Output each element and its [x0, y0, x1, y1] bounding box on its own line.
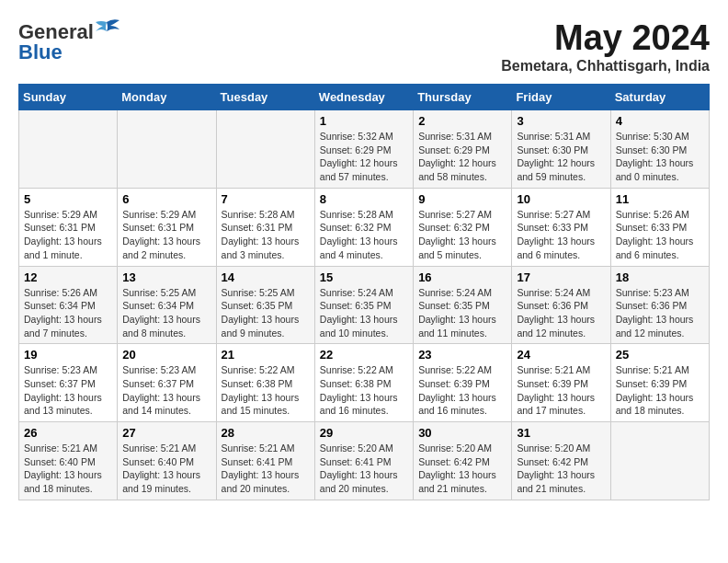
day-number: 19	[24, 348, 112, 362]
day-info: Sunrise: 5:24 AM Sunset: 6:36 PM Dayligh…	[517, 286, 605, 340]
calendar-header-monday: Monday	[118, 85, 216, 110]
calendar-day-cell: 16Sunrise: 5:24 AM Sunset: 6:35 PM Dayli…	[414, 266, 512, 344]
calendar-day-cell	[216, 110, 314, 189]
day-info: Sunrise: 5:20 AM Sunset: 6:42 PM Dayligh…	[418, 442, 506, 496]
day-info: Sunrise: 5:28 AM Sunset: 6:31 PM Dayligh…	[222, 208, 310, 262]
day-info: Sunrise: 5:29 AM Sunset: 6:31 PM Dayligh…	[122, 208, 210, 262]
day-number: 3	[517, 114, 605, 128]
calendar-header-thursday: Thursday	[414, 85, 512, 110]
calendar-day-cell: 28Sunrise: 5:21 AM Sunset: 6:41 PM Dayli…	[216, 422, 314, 500]
day-number: 9	[418, 192, 506, 206]
calendar-day-cell	[118, 110, 216, 189]
day-info: Sunrise: 5:27 AM Sunset: 6:33 PM Dayligh…	[517, 208, 605, 262]
calendar-day-cell: 1Sunrise: 5:32 AM Sunset: 6:29 PM Daylig…	[314, 110, 413, 189]
day-number: 12	[24, 270, 112, 284]
calendar-week-row: 19Sunrise: 5:23 AM Sunset: 6:37 PM Dayli…	[19, 344, 710, 422]
calendar-day-cell: 27Sunrise: 5:21 AM Sunset: 6:40 PM Dayli…	[118, 422, 216, 500]
day-number: 14	[222, 270, 310, 284]
calendar-day-cell: 2Sunrise: 5:31 AM Sunset: 6:29 PM Daylig…	[414, 110, 512, 189]
calendar-day-cell: 17Sunrise: 5:24 AM Sunset: 6:36 PM Dayli…	[512, 266, 610, 344]
calendar-day-cell: 12Sunrise: 5:26 AM Sunset: 6:34 PM Dayli…	[19, 266, 118, 344]
calendar-day-cell: 4Sunrise: 5:30 AM Sunset: 6:30 PM Daylig…	[610, 110, 709, 189]
calendar-week-row: 12Sunrise: 5:26 AM Sunset: 6:34 PM Dayli…	[19, 266, 710, 344]
day-info: Sunrise: 5:21 AM Sunset: 6:39 PM Dayligh…	[616, 363, 704, 418]
day-number: 22	[320, 348, 408, 362]
calendar-header-row: SundayMondayTuesdayWednesdayThursdayFrid…	[19, 85, 710, 110]
calendar-day-cell: 26Sunrise: 5:21 AM Sunset: 6:40 PM Dayli…	[19, 422, 118, 500]
calendar-day-cell: 19Sunrise: 5:23 AM Sunset: 6:37 PM Dayli…	[19, 344, 118, 422]
day-info: Sunrise: 5:26 AM Sunset: 6:33 PM Dayligh…	[616, 208, 704, 262]
day-number: 11	[616, 192, 704, 206]
calendar-day-cell: 31Sunrise: 5:20 AM Sunset: 6:42 PM Dayli…	[512, 422, 610, 500]
calendar-header-tuesday: Tuesday	[216, 85, 314, 110]
calendar-day-cell: 13Sunrise: 5:25 AM Sunset: 6:34 PM Dayli…	[118, 266, 216, 344]
day-number: 18	[616, 270, 704, 284]
day-info: Sunrise: 5:21 AM Sunset: 6:40 PM Dayligh…	[24, 442, 112, 496]
day-number: 21	[222, 348, 310, 362]
calendar-day-cell: 14Sunrise: 5:25 AM Sunset: 6:35 PM Dayli…	[216, 266, 314, 344]
day-number: 20	[122, 348, 210, 362]
logo-blue-text: Blue	[18, 40, 63, 64]
calendar-day-cell: 15Sunrise: 5:24 AM Sunset: 6:35 PM Dayli…	[314, 266, 413, 344]
day-number: 24	[517, 348, 605, 362]
calendar-day-cell	[610, 422, 709, 500]
calendar-header-sunday: Sunday	[19, 85, 118, 110]
day-info: Sunrise: 5:27 AM Sunset: 6:32 PM Dayligh…	[418, 208, 506, 262]
day-number: 4	[616, 114, 704, 128]
day-info: Sunrise: 5:22 AM Sunset: 6:38 PM Dayligh…	[222, 363, 310, 418]
calendar-day-cell: 25Sunrise: 5:21 AM Sunset: 6:39 PM Dayli…	[610, 344, 709, 422]
day-info: Sunrise: 5:24 AM Sunset: 6:35 PM Dayligh…	[418, 286, 506, 340]
calendar-day-cell: 29Sunrise: 5:20 AM Sunset: 6:41 PM Dayli…	[314, 422, 413, 500]
calendar-header-friday: Friday	[512, 85, 610, 110]
calendar-day-cell: 11Sunrise: 5:26 AM Sunset: 6:33 PM Dayli…	[610, 188, 709, 266]
day-number: 29	[320, 426, 408, 440]
calendar-day-cell: 18Sunrise: 5:23 AM Sunset: 6:36 PM Dayli…	[610, 266, 709, 344]
day-info: Sunrise: 5:26 AM Sunset: 6:34 PM Dayligh…	[24, 286, 112, 340]
day-info: Sunrise: 5:21 AM Sunset: 6:41 PM Dayligh…	[222, 442, 310, 496]
day-info: Sunrise: 5:23 AM Sunset: 6:36 PM Dayligh…	[616, 286, 704, 340]
day-number: 13	[122, 270, 210, 284]
calendar-day-cell: 9Sunrise: 5:27 AM Sunset: 6:32 PM Daylig…	[414, 188, 512, 266]
calendar-day-cell: 30Sunrise: 5:20 AM Sunset: 6:42 PM Dayli…	[414, 422, 512, 500]
calendar-table: SundayMondayTuesdayWednesdayThursdayFrid…	[18, 84, 710, 500]
day-info: Sunrise: 5:25 AM Sunset: 6:34 PM Dayligh…	[122, 286, 210, 340]
calendar-day-cell: 20Sunrise: 5:23 AM Sunset: 6:37 PM Dayli…	[118, 344, 216, 422]
calendar-week-row: 26Sunrise: 5:21 AM Sunset: 6:40 PM Dayli…	[19, 422, 710, 500]
calendar-day-cell: 22Sunrise: 5:22 AM Sunset: 6:38 PM Dayli…	[314, 344, 413, 422]
calendar-header-saturday: Saturday	[610, 85, 709, 110]
day-number: 7	[222, 192, 310, 206]
day-number: 8	[320, 192, 408, 206]
calendar-week-row: 5Sunrise: 5:29 AM Sunset: 6:31 PM Daylig…	[19, 188, 710, 266]
day-info: Sunrise: 5:21 AM Sunset: 6:39 PM Dayligh…	[517, 363, 605, 418]
day-info: Sunrise: 5:29 AM Sunset: 6:31 PM Dayligh…	[24, 208, 112, 262]
day-info: Sunrise: 5:22 AM Sunset: 6:39 PM Dayligh…	[418, 363, 506, 418]
calendar-day-cell: 23Sunrise: 5:22 AM Sunset: 6:39 PM Dayli…	[414, 344, 512, 422]
calendar-day-cell: 3Sunrise: 5:31 AM Sunset: 6:30 PM Daylig…	[512, 110, 610, 189]
calendar-day-cell: 8Sunrise: 5:28 AM Sunset: 6:32 PM Daylig…	[314, 188, 413, 266]
day-number: 16	[418, 270, 506, 284]
location-title: Bemetara, Chhattisgarh, India	[501, 58, 710, 75]
day-number: 2	[418, 114, 506, 128]
title-block: May 2024 Bemetara, Chhattisgarh, India	[501, 18, 710, 75]
month-title: May 2024	[501, 18, 710, 58]
logo-bird-icon	[94, 18, 119, 39]
day-info: Sunrise: 5:25 AM Sunset: 6:35 PM Dayligh…	[222, 286, 310, 340]
day-info: Sunrise: 5:28 AM Sunset: 6:32 PM Dayligh…	[320, 208, 408, 262]
calendar-day-cell: 5Sunrise: 5:29 AM Sunset: 6:31 PM Daylig…	[19, 188, 118, 266]
day-info: Sunrise: 5:30 AM Sunset: 6:30 PM Dayligh…	[616, 130, 704, 184]
calendar-day-cell: 21Sunrise: 5:22 AM Sunset: 6:38 PM Dayli…	[216, 344, 314, 422]
day-number: 31	[517, 426, 605, 440]
calendar-day-cell: 7Sunrise: 5:28 AM Sunset: 6:31 PM Daylig…	[216, 188, 314, 266]
day-number: 6	[122, 192, 210, 206]
day-number: 23	[418, 348, 506, 362]
day-info: Sunrise: 5:31 AM Sunset: 6:29 PM Dayligh…	[418, 130, 506, 184]
calendar-week-row: 1Sunrise: 5:32 AM Sunset: 6:29 PM Daylig…	[19, 110, 710, 189]
day-info: Sunrise: 5:31 AM Sunset: 6:30 PM Dayligh…	[517, 130, 605, 184]
calendar-day-cell: 10Sunrise: 5:27 AM Sunset: 6:33 PM Dayli…	[512, 188, 610, 266]
page-header: General Blue May 2024 Bemetara, Chhattis…	[18, 18, 710, 75]
calendar-day-cell	[19, 110, 118, 189]
day-info: Sunrise: 5:23 AM Sunset: 6:37 PM Dayligh…	[122, 363, 210, 418]
day-number: 10	[517, 192, 605, 206]
logo: General Blue	[18, 18, 119, 64]
day-number: 15	[320, 270, 408, 284]
